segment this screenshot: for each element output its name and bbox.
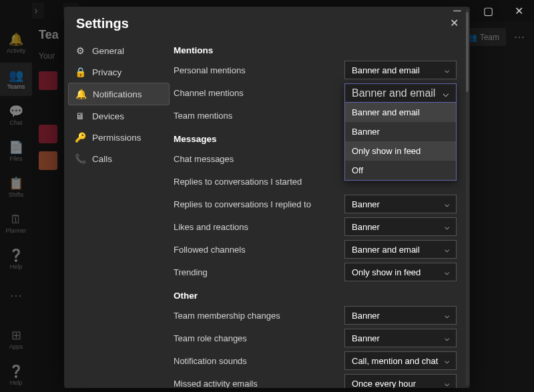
dialog-title: Settings [76,16,129,31]
monitor-icon: 🖥 [75,111,85,121]
nav-label: Calls [92,154,112,164]
nav-label: Privacy [92,67,121,77]
chevron-down-icon: ⌵ [445,245,449,254]
window-maximize-button[interactable]: ▢ [473,0,503,21]
select-value: Banner [352,199,380,209]
dropdown-option[interactable]: Only show in feed [345,141,456,161]
settings-nav-calls[interactable]: 📞 Calls [68,148,170,169]
setting-label: Likes and reactions [174,222,344,232]
sounds-select[interactable]: Call, mention and chat ⌵ [344,351,457,370]
dropdown-option[interactable]: Banner and email [345,103,456,122]
setting-label: Notification sounds [174,356,344,366]
section-heading-other: Other [174,291,457,301]
personal-mentions-select[interactable]: Banner and email ⌵ [344,61,457,79]
gear-icon: ⚙ [75,45,85,56]
select-value: Banner [352,333,380,343]
replies-to-select[interactable]: Banner ⌵ [344,195,457,213]
select-value: Banner [352,311,380,321]
setting-label: Replies to conversations I replied to [174,199,344,209]
window-minimize-button[interactable]: ─ [442,0,473,21]
setting-label: Team mentions [174,111,344,121]
chevron-down-icon: ⌵ [445,267,449,277]
settings-body: Mentions Personal mentions Banner and em… [174,40,470,388]
membership-select[interactable]: Banner ⌵ [344,306,457,325]
select-value: Banner and email [352,65,420,75]
chevron-down-icon: ⌵ [445,356,449,365]
setting-label: Team role changes [174,333,344,343]
missed-select[interactable]: Once every hour ⌵ [344,374,457,388]
likes-select[interactable]: Banner ⌵ [344,217,457,236]
dialog-scrollbar[interactable] [466,9,469,385]
setting-label: Chat messages [174,154,344,164]
setting-label: Channel mentions [174,88,344,98]
chevron-down-icon: ⌵ [445,222,449,231]
dropdown-option[interactable]: Off [345,161,456,180]
select-value: Banner [352,222,380,232]
window-close-button[interactable]: ✕ [503,0,534,21]
settings-nav-general[interactable]: ⚙ General [68,40,170,61]
setting-label: Team membership changes [174,311,344,321]
nav-label: Permissions [92,133,142,143]
section-heading-mentions: Mentions [174,45,457,55]
setting-label: Followed channels [174,245,344,255]
phone-icon: 📞 [75,153,85,164]
settings-dialog: Settings ✕ ⚙ General 🔒 Privacy 🔔 Notific… [64,7,470,388]
roles-select[interactable]: Banner ⌵ [344,329,457,347]
settings-nav-devices[interactable]: 🖥 Devices [68,105,170,127]
setting-label: Personal mentions [174,65,344,75]
setting-label: Missed activity emails [174,379,344,389]
followed-select[interactable]: Banner and email ⌵ [344,240,457,259]
bell-icon: 🔔 [75,89,86,99]
select-value: Banner and email [352,87,435,99]
chevron-down-icon: ⌵ [443,87,449,99]
settings-nav-notifications[interactable]: 🔔 Notifications [68,83,170,105]
lock-icon: 🔒 [75,67,85,77]
chevron-down-icon: ⌵ [445,65,449,75]
chevron-down-icon: ⌵ [445,199,449,209]
modal-overlay: Settings ✕ ⚙ General 🔒 Privacy 🔔 Notific… [0,0,534,392]
chevron-down-icon: ⌵ [445,311,449,320]
chevron-down-icon: ⌵ [445,379,449,388]
chevron-down-icon: ⌵ [445,333,449,343]
settings-nav-permissions[interactable]: 🔑 Permissions [68,127,170,148]
select-value: Only show in feed [352,267,421,277]
nav-label: Notifications [93,89,142,99]
key-icon: 🔑 [75,132,85,143]
setting-label: Trending [174,267,344,277]
nav-label: General [92,46,124,56]
select-value: Banner and email [352,245,420,255]
select-value: Call, mention and chat [352,356,438,366]
nav-label: Devices [92,111,124,121]
channel-mentions-select[interactable]: Banner and email ⌵ Banner and email Bann… [344,83,457,181]
setting-label: Replies to conversations I started [174,177,344,187]
trending-select[interactable]: Only show in feed ⌵ [344,263,457,281]
dropdown-option[interactable]: Banner [345,122,456,141]
select-value: Once every hour [352,379,416,389]
settings-nav-privacy[interactable]: 🔒 Privacy [68,61,170,83]
settings-nav: ⚙ General 🔒 Privacy 🔔 Notifications 🖥 De… [64,40,174,388]
scrollbar-thumb[interactable] [466,12,469,92]
